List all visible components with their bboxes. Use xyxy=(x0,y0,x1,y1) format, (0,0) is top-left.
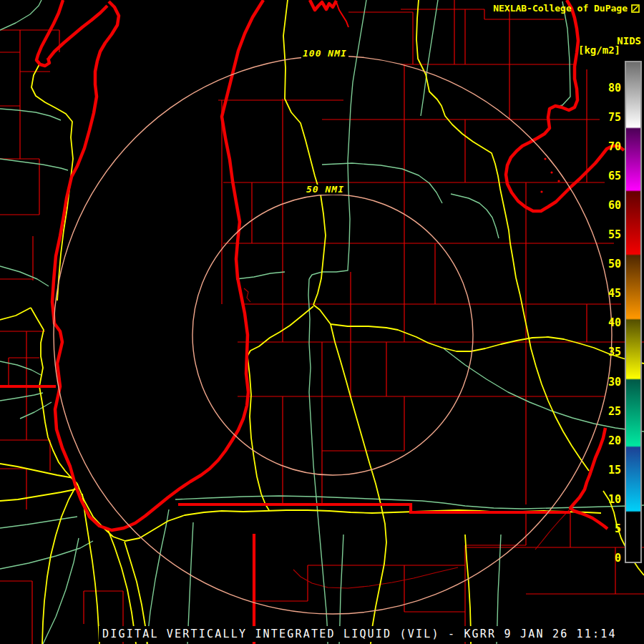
colorbar-tick: 50 xyxy=(590,258,621,270)
colorbar-tick: 20 xyxy=(590,434,621,447)
product-format-label: NIDS xyxy=(617,36,641,46)
colorbar xyxy=(625,61,642,563)
slashed-box-icon xyxy=(631,4,640,13)
grand-traverse-tail xyxy=(336,2,348,27)
colorbar-tick: 15 xyxy=(590,464,621,477)
colorbar-tick: 75 xyxy=(590,111,621,124)
saginaw-island xyxy=(557,180,560,182)
saginaw-island xyxy=(550,171,552,173)
colorbar-tick: 65 xyxy=(590,170,621,182)
range-ring-label-100nmi: 100 NMI xyxy=(301,49,348,59)
colorbar-tick: 60 xyxy=(590,199,621,212)
colorbar-tick: 80 xyxy=(590,82,621,94)
saginaw-island xyxy=(540,190,542,192)
radar-viewer: NEXLAB-College of DuPage NIDS [kg/m2] 10… xyxy=(0,0,644,644)
colorbar-tick: 35 xyxy=(590,346,621,358)
site-credit-text: NEXLAB-College of DuPage xyxy=(493,4,628,13)
colorbar-tick: 10 xyxy=(590,493,621,506)
grand-traverse-bay-shore xyxy=(310,0,336,10)
colorbar-tick: 45 xyxy=(590,287,621,300)
colorbar-tick: 5 xyxy=(590,522,621,535)
product-title-bar: DIGITAL VERTICALLY INTEGRATED LIQUID (VI… xyxy=(99,626,620,642)
range-ring-label-50nmi: 50 NMI xyxy=(305,185,346,195)
colorbar-tick: 0 xyxy=(590,552,621,565)
lake-michigan-shore xyxy=(52,0,263,530)
units-label: [kg/m2] xyxy=(578,46,620,55)
radar-map xyxy=(0,0,644,644)
colorbar-tick: 70 xyxy=(590,140,621,153)
colorbar-tick: 55 xyxy=(590,228,621,241)
colorbar-tick: 25 xyxy=(590,405,621,418)
saginaw-island xyxy=(544,157,546,160)
header-title: NEXLAB-College of DuPage xyxy=(493,4,640,13)
colorbar-tick: 30 xyxy=(590,376,621,389)
colorbar-tick: 40 xyxy=(590,316,621,329)
